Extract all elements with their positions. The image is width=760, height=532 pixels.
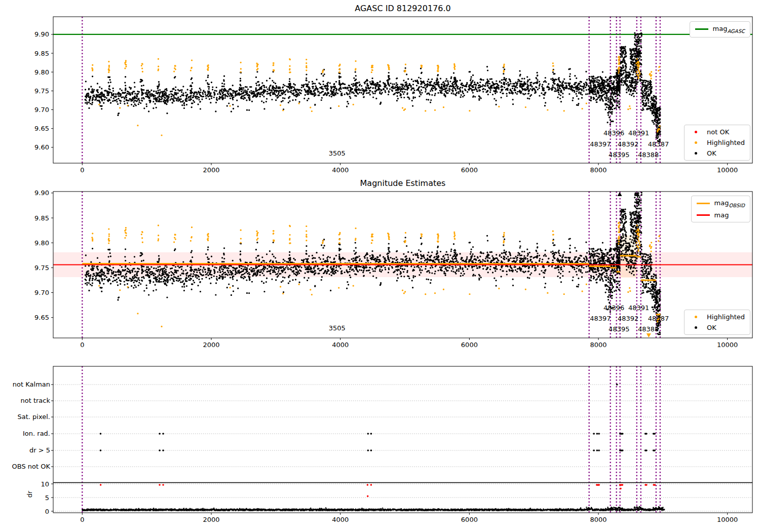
- svg-text:48391: 48391: [628, 129, 649, 137]
- legend-label: not OK: [707, 128, 729, 136]
- svg-text:4000: 4000: [332, 166, 349, 174]
- svg-text:9.80: 9.80: [34, 68, 49, 76]
- svg-text:10: 10: [41, 480, 49, 488]
- svg-text:9.65: 9.65: [34, 314, 49, 321]
- svg-text:2000: 2000: [203, 516, 219, 523]
- svg-text:0: 0: [80, 166, 84, 174]
- svg-text:48387: 48387: [648, 315, 669, 322]
- red-line-swatch: [697, 214, 710, 216]
- black-dot-swatch: [695, 152, 697, 155]
- dr-axis-label: dr: [26, 491, 33, 498]
- svg-text:48395: 48395: [609, 151, 629, 159]
- svg-text:9.70: 9.70: [34, 289, 49, 296]
- flag-label-sat-pixel: Sat. pixel.: [0, 413, 50, 421]
- svg-text:3505: 3505: [329, 324, 346, 332]
- svg-text:9.85: 9.85: [34, 50, 49, 57]
- legend-mag-agasc: magAGASC: [690, 21, 750, 37]
- svg-text:6000: 6000: [461, 166, 478, 174]
- legend-label: magAGASC: [713, 25, 745, 34]
- flag-label-obs-not-ok: OBS not OK: [0, 463, 50, 471]
- svg-text:9.90: 9.90: [34, 30, 49, 38]
- svg-text:5: 5: [45, 494, 49, 502]
- figure: AGASC ID 812920176.0 Magnitude Estimates…: [0, 0, 760, 532]
- svg-text:0: 0: [80, 516, 84, 523]
- svg-text:3505: 3505: [329, 149, 346, 157]
- flag-label-dr-gt5: dr > 5: [0, 446, 50, 454]
- svg-text:48388: 48388: [638, 325, 659, 333]
- legend-item-not-ok: not OK: [690, 128, 745, 136]
- svg-text:4000: 4000: [332, 516, 349, 523]
- svg-text:2000: 2000: [203, 166, 219, 174]
- panel2-magnitude-estimates: 3505483964839148397483924838748395483880…: [34, 189, 752, 349]
- svg-text:48392: 48392: [618, 140, 638, 148]
- panel3-flags-dr: 05100200040006000800010000: [41, 366, 752, 523]
- svg-text:9.60: 9.60: [34, 143, 49, 151]
- legend-item-highlighted: Highlighted: [690, 313, 745, 321]
- svg-text:48388: 48388: [638, 151, 659, 159]
- svg-text:9.85: 9.85: [34, 214, 49, 222]
- svg-text:48397: 48397: [590, 315, 611, 322]
- svg-text:48392: 48392: [618, 315, 638, 322]
- green-line-swatch: [695, 28, 708, 30]
- svg-text:10000: 10000: [717, 166, 738, 174]
- orange-line-swatch: [697, 203, 710, 204]
- orange-dot-swatch: [695, 141, 697, 144]
- svg-text:6000: 6000: [461, 516, 478, 523]
- legend-panel2-points: Highlighted OK: [684, 310, 750, 335]
- legend-panel1-points: not OK Highlighted OK: [684, 125, 750, 161]
- legend-label: OK: [707, 149, 716, 157]
- svg-text:9.90: 9.90: [34, 189, 49, 197]
- legend-item-ok: OK: [690, 149, 745, 157]
- svg-text:9.75: 9.75: [34, 264, 49, 272]
- svg-text:9.70: 9.70: [34, 106, 49, 113]
- svg-text:9.80: 9.80: [34, 239, 49, 247]
- svg-text:48391: 48391: [628, 304, 649, 312]
- legend-item-mag-agasc: magAGASC: [695, 25, 745, 34]
- svg-text:2000: 2000: [203, 341, 219, 349]
- panel1-title: AGASC ID 812920176.0: [53, 4, 752, 13]
- svg-text:8000: 8000: [590, 166, 607, 174]
- svg-text:48387: 48387: [648, 140, 669, 148]
- panel2-title: Magnitude Estimates: [53, 178, 752, 188]
- red-dot-swatch: [695, 131, 697, 133]
- svg-text:0: 0: [80, 341, 84, 349]
- legend-label: mag: [714, 211, 729, 219]
- panel1-agasc-mag: 3505483964839148397483924838748395483880…: [34, 17, 752, 174]
- legend-item-ok: OK: [690, 324, 745, 331]
- svg-text:8000: 8000: [590, 516, 607, 523]
- svg-text:48397: 48397: [590, 140, 611, 148]
- svg-text:8000: 8000: [590, 341, 607, 349]
- legend-label: magOBSID: [714, 199, 745, 208]
- svg-text:9.75: 9.75: [34, 87, 49, 95]
- black-dot-swatch: [695, 326, 697, 329]
- legend-label: OK: [707, 324, 716, 331]
- svg-text:48396: 48396: [603, 304, 624, 312]
- svg-text:6000: 6000: [461, 341, 478, 349]
- legend-item-mag: mag: [697, 211, 745, 219]
- svg-text:4000: 4000: [332, 341, 349, 349]
- svg-text:0: 0: [45, 508, 49, 515]
- flag-label-not-track: not track: [0, 397, 50, 405]
- orange-dot-swatch: [695, 316, 697, 318]
- svg-text:48395: 48395: [609, 325, 629, 333]
- svg-text:10000: 10000: [717, 516, 738, 523]
- figure-svg: 3505483964839148397483924838748395483880…: [0, 0, 760, 532]
- legend-mag-obsid: magOBSID mag: [691, 196, 750, 222]
- legend-label: Highlighted: [707, 313, 745, 321]
- svg-text:10000: 10000: [717, 341, 738, 349]
- chart-canvas: 3505483964839148397483924838748395483880…: [0, 0, 760, 532]
- flag-label-not-kalman: not Kalman: [0, 381, 50, 389]
- legend-item-highlighted: Highlighted: [690, 139, 745, 146]
- flag-label-ion-rad: Ion. rad.: [0, 430, 50, 438]
- legend-label: Highlighted: [707, 139, 745, 146]
- svg-text:9.65: 9.65: [34, 125, 49, 132]
- svg-text:48396: 48396: [603, 129, 624, 137]
- legend-item-mag-obsid: magOBSID: [697, 199, 745, 208]
